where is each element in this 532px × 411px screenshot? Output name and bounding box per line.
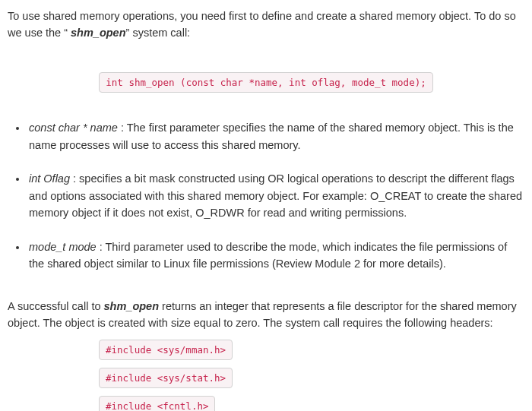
list-item: mode_t mode : Third parameter used to de… [27,239,524,273]
include-code: #include <sys/mman.h> [99,340,233,360]
param-desc: : Third parameter used to describe the m… [29,241,507,270]
includes-block: #include <sys/mman.h> #include <sys/stat… [99,340,524,411]
list-item: const char * name : The first parameter … [27,119,524,153]
signature-row: int shm_open (const char *name, int ofla… [8,72,524,93]
outro-pre: A successful call to [8,300,104,312]
include-code: #include <fcntl.h> [99,396,215,411]
param-name: const char * name [29,122,118,134]
parameter-list: const char * name : The first parameter … [8,119,524,272]
intro-post: ” system call: [126,27,191,39]
intro-paragraph: To use shared memory operations, you nee… [8,8,524,42]
include-code: #include <sys/stat.h> [99,368,233,388]
param-desc: : specifies a bit mask constructed using… [29,172,522,219]
outro-syscall-name: shm_open [104,300,160,312]
param-name: mode_t mode [29,241,97,253]
param-name: int Oflag [29,172,70,185]
intro-syscall-name: shm_open [68,27,126,39]
outro-paragraph: A successful call to shm_open returns an… [8,298,524,332]
shm-open-signature-code: int shm_open (const char *name, int ofla… [99,72,432,93]
list-item: int Oflag : specifies a bit mask constru… [27,170,524,221]
